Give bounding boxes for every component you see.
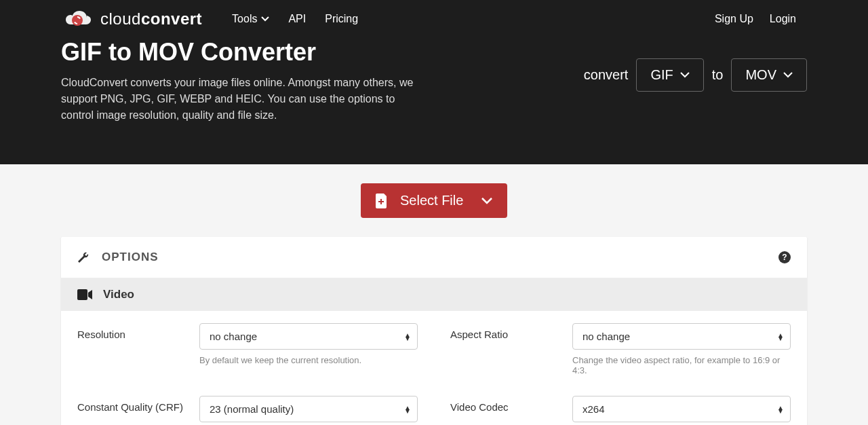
svg-text:?: ? xyxy=(782,253,787,262)
nav-tools-label: Tools xyxy=(232,13,257,25)
svg-rect-5 xyxy=(77,289,87,300)
chevron-down-icon xyxy=(481,198,492,204)
resolution-select[interactable]: no change xyxy=(199,323,418,350)
from-format-value: GIF xyxy=(650,67,673,83)
aspect-ratio-select[interactable]: no change xyxy=(572,323,791,350)
aspect-ratio-label: Aspect Ratio xyxy=(450,323,566,340)
logo-icon xyxy=(61,8,94,30)
logo[interactable]: cloudconvert xyxy=(61,8,202,30)
nav-tools[interactable]: Tools xyxy=(232,13,269,25)
to-format-button[interactable]: MOV xyxy=(731,58,807,92)
aspect-ratio-help: Change the video aspect ratio, for examp… xyxy=(572,355,791,375)
options-title: OPTIONS xyxy=(102,251,159,264)
svg-rect-2 xyxy=(378,201,384,202)
chevron-down-icon xyxy=(261,16,269,22)
crf-label: Constant Quality (CRF) xyxy=(77,396,193,413)
to-format-value: MOV xyxy=(745,67,776,83)
nav-pricing[interactable]: Pricing xyxy=(325,13,358,25)
convert-label: convert xyxy=(584,67,629,83)
video-section-title: Video xyxy=(103,288,134,301)
file-add-icon xyxy=(376,193,388,208)
to-label: to xyxy=(712,67,724,83)
page-title: GIF to MOV Converter xyxy=(61,38,427,67)
logo-text: cloudconvert xyxy=(100,10,202,29)
nav-api[interactable]: API xyxy=(288,13,306,25)
nav-signup[interactable]: Sign Up xyxy=(715,13,753,25)
resolution-label: Resolution xyxy=(77,323,193,340)
select-file-label: Select File xyxy=(400,193,463,208)
chevron-down-icon xyxy=(680,72,690,78)
resolution-help: By default we keep the current resolutio… xyxy=(199,355,418,365)
options-panel: OPTIONS ? Video Resolution no change xyxy=(61,237,807,425)
wrench-icon xyxy=(77,251,90,263)
video-codec-select[interactable]: x264 xyxy=(572,396,791,422)
crf-select[interactable]: 23 (normal quality) xyxy=(199,396,418,422)
select-file-button[interactable]: Select File xyxy=(361,183,507,218)
help-icon[interactable]: ? xyxy=(778,251,791,263)
chevron-down-icon xyxy=(783,72,793,78)
video-icon xyxy=(77,289,92,300)
nav-login[interactable]: Login xyxy=(770,13,796,25)
page-description: CloudConvert converts your image files o… xyxy=(61,75,427,124)
from-format-button[interactable]: GIF xyxy=(636,58,703,92)
video-codec-label: Video Codec xyxy=(450,396,566,413)
